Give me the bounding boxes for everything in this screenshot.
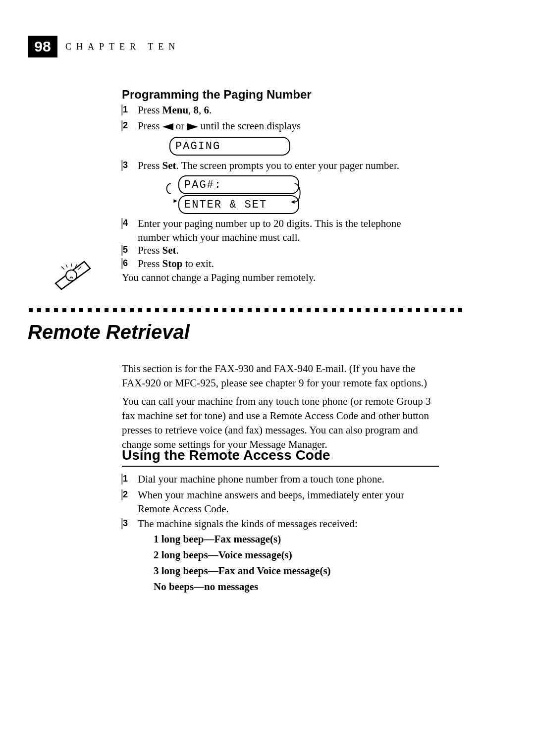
step-number: 1 xyxy=(123,105,134,115)
chapter-label: CHAPTER TEN xyxy=(65,42,180,52)
step-4-text: Enter your paging number up to 20 digits… xyxy=(138,216,430,244)
step-1-text: Press Menu, 8, 6. xyxy=(138,103,212,117)
text-bold: Menu xyxy=(162,104,189,116)
step-3-text: The machine signals the kinds of message… xyxy=(138,517,435,531)
step-3-text: Press Set. The screen prompts you to ent… xyxy=(138,159,440,172)
step-number: 3 xyxy=(123,518,134,529)
step-5-text: Press Set. xyxy=(138,243,179,257)
signal-line: No beeps—no messages xyxy=(154,581,258,593)
text: Press xyxy=(138,120,162,132)
step-number: 3 xyxy=(123,160,134,171)
paragraph: You can call your machine from any touch… xyxy=(122,394,439,452)
dotted-rule xyxy=(29,308,465,313)
text-bold: Set xyxy=(162,244,176,256)
step-number: 1 xyxy=(123,474,134,485)
section-title-remote-retrieval: Remote Retrieval xyxy=(28,321,190,343)
text: . xyxy=(176,244,179,256)
step-2-text: When your machine answers and beeps, imm… xyxy=(138,488,435,516)
text-bold: 6 xyxy=(204,104,210,116)
step-1-text: Dial your machine phone number from a to… xyxy=(138,472,435,486)
lcd-display: PAGING xyxy=(169,137,290,156)
page-number: 98 xyxy=(28,36,57,57)
signal-line: 3 long beeps—Fax and Voice message(s) xyxy=(154,565,331,577)
text-bold: Stop xyxy=(162,258,183,270)
text: Press xyxy=(138,258,162,270)
text: . xyxy=(209,104,212,116)
text: , xyxy=(188,104,194,116)
step-number: 5 xyxy=(123,245,134,256)
lightbulb-tip-icon xyxy=(54,259,92,290)
section-title-programming: Programming the Paging Number xyxy=(122,88,312,102)
text: , xyxy=(199,104,204,116)
signal-line: 2 long beeps—Voice message(s) xyxy=(154,549,292,561)
section-title-remote-access: Using the Remote Access Code xyxy=(122,447,330,463)
text: Press xyxy=(138,104,162,116)
step-number: 4 xyxy=(123,218,134,229)
paragraph: This section is for the FAX-930 and FAX-… xyxy=(122,362,439,390)
step-6-text: Press Stop to exit. xyxy=(138,257,214,270)
arrow-left-icon xyxy=(162,123,173,130)
text: . The screen prompts you to enter your p… xyxy=(176,160,399,171)
step-number: 6 xyxy=(123,258,134,269)
arrow-right-icon xyxy=(187,123,198,130)
svg-line-5 xyxy=(61,267,64,270)
text: Press xyxy=(138,244,162,256)
page: 98 CHAPTER TEN Programming the Paging Nu… xyxy=(0,0,535,756)
section-rule xyxy=(122,466,439,467)
svg-point-3 xyxy=(66,270,77,281)
note-text: You cannot change a Paging number remote… xyxy=(122,270,429,284)
text-bold: 8 xyxy=(194,104,199,116)
signal-line: 1 long beep—Fax message(s) xyxy=(154,533,281,545)
text: Press xyxy=(138,160,162,171)
svg-line-7 xyxy=(66,265,67,268)
text: or xyxy=(173,120,187,132)
svg-marker-0 xyxy=(173,199,177,203)
step-number: 2 xyxy=(123,120,134,131)
text: to exit. xyxy=(182,258,214,270)
cycle-arrows-icon xyxy=(165,175,309,212)
text: until the screen displays xyxy=(198,120,301,132)
svg-marker-1 xyxy=(291,200,294,204)
step-2-text: Press or until the screen displays xyxy=(138,119,301,133)
text-bold: Set xyxy=(162,160,176,171)
step-number: 2 xyxy=(123,489,134,500)
